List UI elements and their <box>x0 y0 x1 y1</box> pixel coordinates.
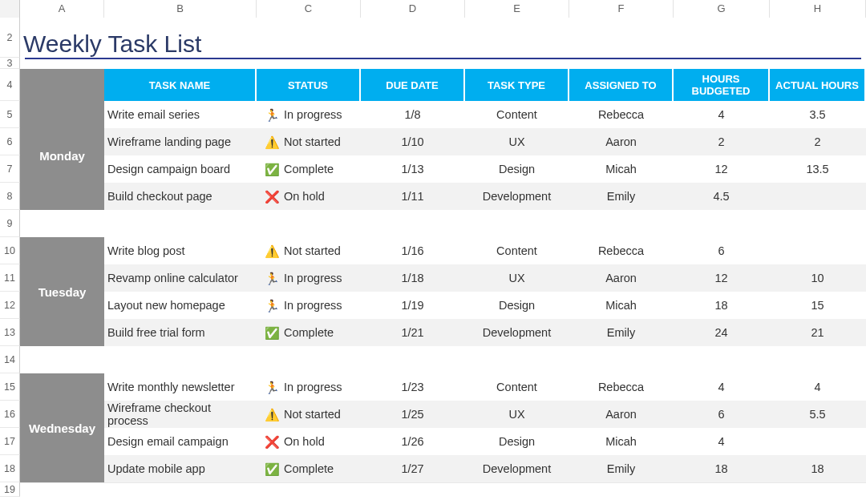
due-date-cell[interactable]: 1/13 <box>361 155 465 183</box>
assigned-cell[interactable]: Micah <box>569 155 674 183</box>
status-cell[interactable]: ✅Complete <box>257 455 361 482</box>
status-cell[interactable]: 🏃In progress <box>257 101 361 128</box>
task-name-cell[interactable]: Write blog post <box>104 237 257 264</box>
due-date-cell[interactable]: 1/8 <box>361 101 465 128</box>
task-type-cell[interactable]: Development <box>465 319 569 346</box>
col-header[interactable]: F <box>569 0 674 18</box>
status-cell[interactable]: ✅Complete <box>257 319 361 346</box>
task-name-cell[interactable]: Design email campaign <box>104 428 257 455</box>
actual-cell[interactable] <box>770 183 866 210</box>
task-name-cell[interactable]: Wireframe landing page <box>104 128 257 155</box>
assigned-cell[interactable]: Rebecca <box>569 101 674 128</box>
row-header[interactable]: 4 <box>0 69 20 101</box>
header-day[interactable] <box>20 69 104 101</box>
row-header[interactable]: 6 <box>0 128 20 155</box>
row-header[interactable]: 12 <box>0 292 20 319</box>
row-header[interactable]: 11 <box>0 264 20 292</box>
col-header[interactable]: G <box>674 0 770 18</box>
status-cell[interactable]: ⚠️Not started <box>257 237 361 264</box>
day-label[interactable]: Tuesday <box>20 237 104 346</box>
actual-cell[interactable]: 3.5 <box>770 101 866 128</box>
row-header[interactable]: 13 <box>0 319 20 346</box>
title-row[interactable]: Weekly Task List <box>20 18 866 58</box>
actual-cell[interactable]: 15 <box>770 292 866 319</box>
row-header[interactable]: 2 <box>0 18 20 58</box>
assigned-cell[interactable]: Aaron <box>569 264 674 292</box>
budget-cell[interactable]: 18 <box>674 292 770 319</box>
status-cell[interactable]: 🏃In progress <box>257 292 361 319</box>
task-name-cell[interactable]: Update mobile app <box>104 455 257 482</box>
due-date-cell[interactable]: 1/19 <box>361 292 465 319</box>
budget-cell[interactable]: 4.5 <box>674 183 770 210</box>
task-name-cell[interactable]: Revamp online calculator <box>104 264 257 292</box>
row-header[interactable]: 3 <box>0 58 20 69</box>
budget-cell[interactable]: 4 <box>674 428 770 455</box>
header-budget[interactable]: HOURS BUDGETED <box>674 69 770 101</box>
task-name-cell[interactable]: Build checkout page <box>104 183 257 210</box>
assigned-cell[interactable]: Emily <box>569 319 674 346</box>
task-type-cell[interactable]: UX <box>465 128 569 155</box>
due-date-cell[interactable]: 1/16 <box>361 237 465 264</box>
actual-cell[interactable]: 21 <box>770 319 866 346</box>
due-date-cell[interactable]: 1/21 <box>361 319 465 346</box>
select-all-corner[interactable] <box>0 0 20 18</box>
actual-cell[interactable]: 4 <box>770 373 866 401</box>
task-name-cell[interactable]: Write email series <box>104 101 257 128</box>
row-header[interactable]: 5 <box>0 101 20 128</box>
task-type-cell[interactable]: Design <box>465 428 569 455</box>
due-date-cell[interactable]: 1/18 <box>361 264 465 292</box>
header-assigned[interactable]: ASSIGNED TO <box>569 69 674 101</box>
due-date-cell[interactable]: 1/27 <box>361 455 465 482</box>
assigned-cell[interactable]: Micah <box>569 428 674 455</box>
task-type-cell[interactable]: Design <box>465 155 569 183</box>
row-header[interactable]: 14 <box>0 346 20 373</box>
assigned-cell[interactable]: Rebecca <box>569 373 674 401</box>
task-type-cell[interactable]: Content <box>465 373 569 401</box>
col-header[interactable]: E <box>465 0 569 18</box>
due-date-cell[interactable]: 1/11 <box>361 183 465 210</box>
budget-cell[interactable]: 6 <box>674 401 770 428</box>
col-header[interactable]: D <box>361 0 465 18</box>
row-header[interactable]: 9 <box>0 210 20 237</box>
assigned-cell[interactable]: Emily <box>569 455 674 482</box>
actual-cell[interactable]: 5.5 <box>770 401 866 428</box>
budget-cell[interactable]: 4 <box>674 101 770 128</box>
task-type-cell[interactable]: Design <box>465 292 569 319</box>
budget-cell[interactable]: 12 <box>674 155 770 183</box>
task-type-cell[interactable]: Development <box>465 183 569 210</box>
row-header[interactable]: 16 <box>0 401 20 428</box>
row-header[interactable]: 10 <box>0 237 20 264</box>
task-type-cell[interactable]: Development <box>465 455 569 482</box>
task-type-cell[interactable]: Content <box>465 237 569 264</box>
budget-cell[interactable]: 6 <box>674 237 770 264</box>
assigned-cell[interactable]: Aaron <box>569 401 674 428</box>
actual-cell[interactable]: 18 <box>770 455 866 482</box>
task-name-cell[interactable]: Write monthly newsletter <box>104 373 257 401</box>
row-header[interactable]: 18 <box>0 455 20 482</box>
row-header[interactable]: 19 <box>0 482 20 497</box>
task-name-cell[interactable]: Design campaign board <box>104 155 257 183</box>
header-task-type[interactable]: TASK TYPE <box>465 69 569 101</box>
due-date-cell[interactable]: 1/25 <box>361 401 465 428</box>
budget-cell[interactable]: 24 <box>674 319 770 346</box>
actual-cell[interactable]: 13.5 <box>770 155 866 183</box>
task-name-cell[interactable]: Build free trial form <box>104 319 257 346</box>
due-date-cell[interactable]: 1/10 <box>361 128 465 155</box>
day-label[interactable]: Wednesday <box>20 373 104 482</box>
status-cell[interactable]: ❌On hold <box>257 183 361 210</box>
header-task-name[interactable]: TASK NAME <box>104 69 257 101</box>
due-date-cell[interactable]: 1/23 <box>361 373 465 401</box>
col-header[interactable]: A <box>20 0 104 18</box>
header-due-date[interactable]: DUE DATE <box>361 69 465 101</box>
task-type-cell[interactable]: UX <box>465 264 569 292</box>
row-header[interactable]: 7 <box>0 155 20 183</box>
budget-cell[interactable]: 18 <box>674 455 770 482</box>
header-status[interactable]: STATUS <box>257 69 361 101</box>
separator-row[interactable] <box>20 210 866 237</box>
status-cell[interactable]: ❌On hold <box>257 428 361 455</box>
row-header[interactable]: 17 <box>0 428 20 455</box>
actual-cell[interactable] <box>770 237 866 264</box>
task-type-cell[interactable]: Content <box>465 101 569 128</box>
budget-cell[interactable]: 2 <box>674 128 770 155</box>
assigned-cell[interactable]: Aaron <box>569 128 674 155</box>
